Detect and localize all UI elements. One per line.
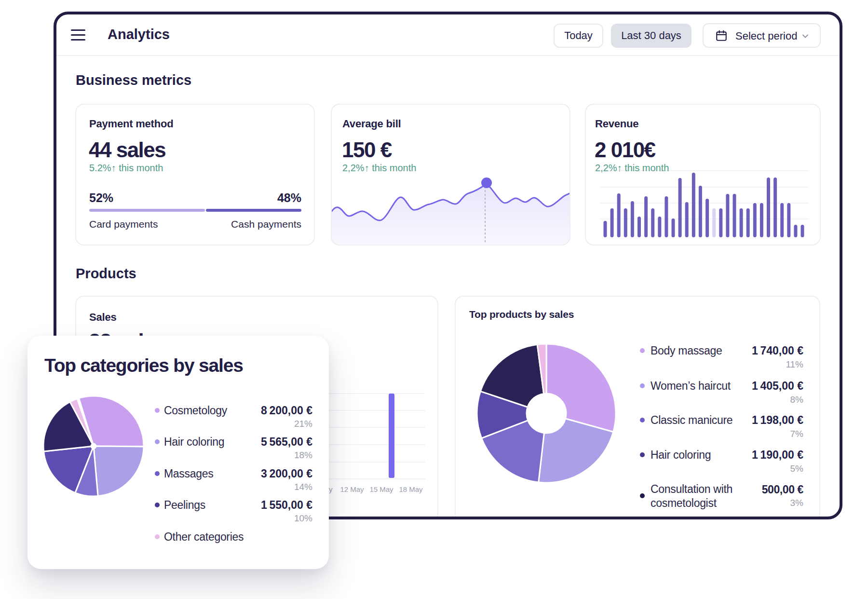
svg-text:12 May: 12 May bbox=[340, 485, 364, 493]
svg-text:18 May: 18 May bbox=[399, 485, 423, 493]
svg-text:15 May: 15 May bbox=[369, 485, 393, 493]
